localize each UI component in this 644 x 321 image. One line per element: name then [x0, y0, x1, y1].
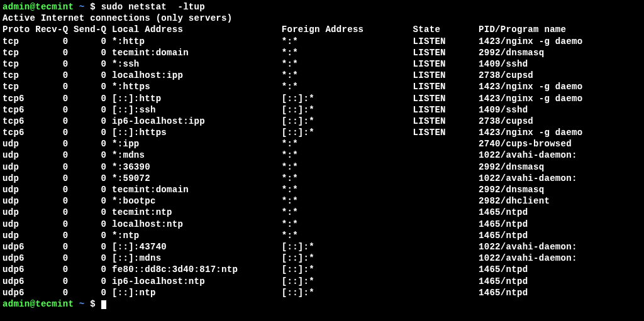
table-row: tcp 0 0 *:https *:* LISTEN 1423/nginx -g…	[3, 81, 641, 92]
table-row: udp6 0 0 [::]:ntp [::]:* 1465/ntpd	[3, 287, 641, 298]
table-row: udp6 0 0 [::]:mdns [::]:* 1022/avahi-dae…	[3, 253, 641, 264]
user-host-2: admin@tecmint	[3, 299, 74, 309]
table-row: tcp6 0 0 [::]:https [::]:* LISTEN 1423/n…	[3, 127, 641, 138]
terminal[interactable]: admin@tecmint ~ $ sudo netstat -ltup Act…	[3, 1, 641, 310]
table-row: udp 0 0 *:ipp *:* 2740/cups-browsed	[3, 138, 641, 150]
command-text: sudo netstat -ltup	[101, 2, 205, 12]
table-row: udp 0 0 tecmint:domain *:* 2992/dnsmasq	[3, 184, 641, 195]
table-row: udp 0 0 *:59072 *:* 1022/avahi-daemon:	[3, 173, 641, 184]
table-row: udp6 0 0 fe80::dd8c:3d40:817:ntp [::]:* …	[3, 264, 641, 275]
table-row: tcp 0 0 tecmint:domain *:* LISTEN 2992/d…	[3, 47, 641, 58]
columns-header: Proto Recv-Q Send-Q Local Address Foreig…	[3, 24, 641, 35]
table-row: tcp 0 0 *:http *:* LISTEN 1423/nginx -g …	[3, 36, 641, 47]
table-row: tcp6 0 0 ip6-localhost:ipp [::]:* LISTEN…	[3, 116, 641, 127]
table-row: udp6 0 0 [::]:43740 [::]:* 1022/avahi-da…	[3, 241, 641, 253]
table-row: udp 0 0 *:bootpc *:* 2982/dhclient	[3, 195, 641, 207]
prompt-line-1: admin@tecmint ~ $ sudo netstat -ltup	[3, 1, 641, 13]
table-row: udp 0 0 tecmint:ntp *:* 1465/ntpd	[3, 207, 641, 218]
prompt-sep-2: ~	[74, 299, 90, 309]
prompt-sep: ~	[74, 2, 90, 12]
user-host: admin@tecmint	[3, 2, 74, 12]
rows-container: tcp 0 0 *:http *:* LISTEN 1423/nginx -g …	[3, 36, 641, 298]
cursor-icon	[101, 300, 106, 309]
table-row: udp 0 0 localhost:ntp *:* 1465/ntpd	[3, 219, 641, 230]
table-row: tcp 0 0 localhost:ipp *:* LISTEN 2738/cu…	[3, 70, 641, 81]
table-row: udp 0 0 *:mdns *:* 1022/avahi-daemon:	[3, 150, 641, 161]
prompt-line-2[interactable]: admin@tecmint ~ $	[3, 298, 641, 310]
output-header: Active Internet connections (only server…	[3, 13, 641, 24]
table-row: tcp6 0 0 [::]:ssh [::]:* LISTEN 1409/ssh…	[3, 104, 641, 116]
table-row: udp 0 0 *:36390 *:* 2992/dnsmasq	[3, 161, 641, 173]
table-row: tcp6 0 0 [::]:http [::]:* LISTEN 1423/ng…	[3, 93, 641, 104]
table-row: udp6 0 0 ip6-localhost:ntp [::]:* 1465/n…	[3, 276, 641, 287]
table-row: udp 0 0 *:ntp *:* 1465/ntpd	[3, 230, 641, 241]
table-row: tcp 0 0 *:ssh *:* LISTEN 1409/sshd	[3, 58, 641, 70]
prompt-dollar-2: $	[90, 299, 101, 309]
prompt-dollar: $	[90, 2, 101, 12]
